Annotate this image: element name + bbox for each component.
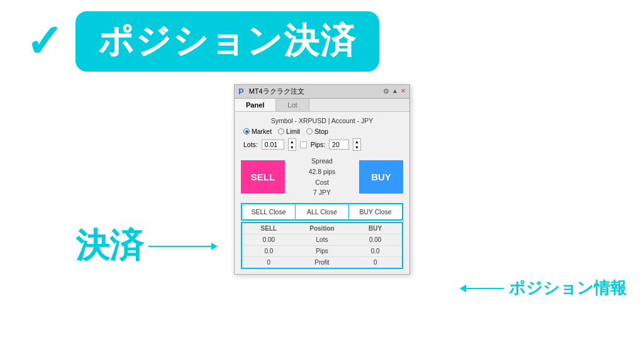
buy-pips: 0.0 (348, 246, 402, 256)
radio-stop[interactable]: Stop (306, 128, 328, 135)
lots-spinner-up[interactable]: ▲ (289, 139, 296, 145)
sell-pips: 0.0 (242, 246, 296, 256)
left-annotation: 決済 (75, 223, 218, 269)
symbol-label: Symbol - XRPUSD (271, 117, 326, 124)
pips-mid: Pips (296, 246, 349, 256)
radio-limit-dot (278, 128, 284, 134)
lots-mid: Lots (296, 234, 349, 245)
header-area: ✓ ポジション決済 (0, 0, 644, 78)
radio-stop-dot (306, 128, 313, 134)
account-label: Account - JPY (331, 117, 374, 124)
lots-spinner[interactable]: ▲ ▼ (288, 138, 296, 151)
spread-label: Spread (290, 156, 354, 167)
pips-input[interactable] (329, 140, 349, 150)
title-badge: ポジション決済 (75, 11, 379, 72)
lots-row: Lots: ▲ ▼ Pips: ▲ ▼ (241, 138, 403, 151)
pips-spinner-up[interactable]: ▲ (353, 139, 360, 145)
panel-logo: P (238, 87, 244, 96)
profit-mid: Profit (296, 257, 349, 268)
radio-market-label: Market (252, 128, 272, 135)
minimize-icon[interactable]: ▲ (392, 87, 398, 96)
position-row-pips: 0.0 Pips 0.0 (242, 246, 402, 257)
position-table-header: SELL Position BUY (242, 223, 402, 234)
trade-area: SELL Spread 42.8 pips Cost 7 JPY BUY (241, 156, 403, 198)
panel-tabs: Panel Lot (235, 99, 409, 112)
main-title: ポジション決済 (98, 21, 357, 60)
pips-checkbox[interactable] (300, 141, 307, 148)
right-annotation-text: ポジション情報 (509, 277, 626, 299)
right-arrow-line (466, 288, 504, 289)
cost-value: 7 JPY (290, 187, 354, 198)
left-arrow-head (211, 243, 218, 250)
pips-label: Pips: (311, 141, 325, 148)
position-row-lots: 0.00 Lots 0.00 (242, 234, 402, 246)
lots-label: Lots: (243, 141, 258, 148)
spread-value: 42.8 pips (290, 167, 354, 177)
buy-lots: 0.00 (348, 234, 402, 245)
radio-market-dot (243, 128, 250, 134)
buy-close-button[interactable]: BUY Close (349, 204, 402, 219)
right-annotation: ポジション情報 (460, 277, 626, 299)
mt4-panel: P MT4ラクラク注文 ⚙ ▲ ✕ Panel Lot Symbol - XRP… (234, 84, 410, 275)
col-buy-header: BUY (348, 223, 402, 234)
tab-panel[interactable]: Panel (235, 99, 276, 111)
panel-titlebar: P MT4ラクラク注文 ⚙ ▲ ✕ (235, 85, 409, 99)
spread-info: Spread 42.8 pips Cost 7 JPY (285, 156, 359, 198)
buy-profit: 0 (348, 257, 402, 268)
pips-spinner-down[interactable]: ▼ (353, 145, 360, 150)
lots-input[interactable] (262, 140, 284, 150)
col-position-header: Position (296, 223, 349, 234)
symbol-row: Symbol - XRPUSD | Account - JPY (241, 117, 403, 124)
left-arrow-line (148, 246, 211, 247)
panel-controls: ⚙ ▲ ✕ (383, 87, 406, 96)
tab-lot[interactable]: Lot (276, 99, 309, 111)
position-row-profit: 0 Profit 0 (242, 257, 402, 268)
gear-icon[interactable]: ⚙ (383, 87, 389, 96)
right-arrow-head (460, 285, 466, 292)
sell-lots: 0.00 (242, 234, 296, 245)
radio-row: Market Limit Stop (241, 128, 403, 135)
close-buttons-group: SELL Close ALL Close BUY Close (241, 203, 403, 221)
pips-spinner[interactable]: ▲ ▼ (353, 138, 361, 151)
position-table: SELL Position BUY 0.00 Lots 0.00 0.0 Pip… (241, 222, 403, 269)
panel-title: MT4ラクラク注文 (249, 87, 380, 96)
radio-limit-label: Limit (286, 128, 300, 135)
col-sell-header: SELL (242, 223, 296, 234)
cost-label: Cost (290, 177, 354, 188)
checkmark-icon: ✓ (25, 19, 63, 64)
left-arrow (148, 243, 218, 250)
sell-profit: 0 (242, 257, 296, 268)
radio-market[interactable]: Market (243, 128, 272, 135)
lots-spinner-down[interactable]: ▼ (289, 145, 296, 150)
all-close-button[interactable]: ALL Close (296, 204, 349, 219)
sell-close-button[interactable]: SELL Close (242, 204, 296, 219)
panel-body: Symbol - XRPUSD | Account - JPY Market L… (235, 112, 409, 274)
sell-button[interactable]: SELL (241, 160, 285, 194)
radio-stop-label: Stop (314, 128, 328, 135)
buy-button[interactable]: BUY (359, 160, 403, 194)
left-annotation-text: 決済 (75, 223, 143, 269)
radio-limit[interactable]: Limit (278, 128, 300, 135)
right-arrow (460, 285, 504, 292)
close-icon[interactable]: ✕ (401, 87, 406, 96)
